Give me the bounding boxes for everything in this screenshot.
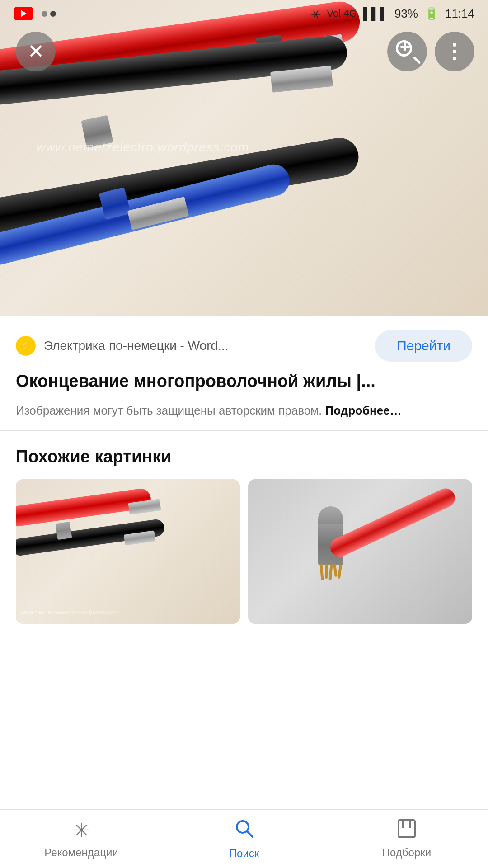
lens-button[interactable] xyxy=(387,32,427,71)
article-title: Оконцевание многопроволочной жилы |... xyxy=(16,370,472,393)
bookmark-nav-icon xyxy=(398,819,416,842)
signal-bars-icon: ▌▌▌ xyxy=(363,7,388,21)
similar-image-2 xyxy=(248,479,472,624)
source-name-text: Электрика по-немецки - Word... xyxy=(44,339,228,353)
similar-section: Похожие картинки www.nemetzelectro.wordp… xyxy=(0,431,488,637)
nav-search-label: Поиск xyxy=(229,847,259,860)
nav-collections[interactable]: Подборки xyxy=(361,819,452,859)
copyright-notice: Изображения могут быть защищены авторски… xyxy=(16,402,472,420)
svg-line-1 xyxy=(247,831,253,837)
source-row: ⚡ Электрика по-немецки - Word... Перейти xyxy=(16,330,472,362)
close-icon: ✕ xyxy=(28,42,44,61)
app-dots-icon xyxy=(42,11,56,17)
more-options-button[interactable] xyxy=(435,32,474,71)
copyright-text: Изображения могут быть защищены авторски… xyxy=(16,404,322,417)
youtube-icon xyxy=(14,7,33,20)
source-info: ⚡ Электрика по-немецки - Word... xyxy=(16,336,228,356)
copyright-link[interactable]: Подробнее… xyxy=(325,404,402,417)
sparkle-icon xyxy=(73,819,90,842)
mini-ferrule-gray xyxy=(56,522,72,540)
clock: 11:14 xyxy=(445,7,474,21)
goto-button[interactable]: Перейти xyxy=(375,330,472,362)
info-section: ⚡ Электрика по-немецки - Word... Перейти… xyxy=(0,316,488,431)
status-right-icons: ⚹ Vol 4G ▌▌▌ 93% 🔋 11:14 xyxy=(311,7,474,21)
nav-recommendations[interactable]: Рекомендации xyxy=(36,819,127,859)
nav-collections-label: Подборки xyxy=(382,846,431,859)
bluetooth-icon: ⚹ xyxy=(311,7,321,21)
battery-percent: 93% xyxy=(394,7,418,21)
more-dots-icon xyxy=(453,43,456,60)
battery-icon: 🔋 xyxy=(424,7,439,21)
similar-card-1[interactable]: www.nemetzelectro.wordpress.com xyxy=(16,479,240,624)
svg-rect-3 xyxy=(399,820,415,828)
svg-rect-2 xyxy=(399,820,415,837)
signal-text: Vol 4G xyxy=(327,8,357,19)
nav-search[interactable]: Поиск xyxy=(199,818,289,860)
similar-section-title: Похожие картинки xyxy=(16,447,472,467)
similar-image-1: www.nemetzelectro.wordpress.com xyxy=(16,479,240,624)
mini-watermark: www.nemetzelectro.wordpress.com xyxy=(20,609,120,616)
source-favicon: ⚡ xyxy=(16,336,36,356)
ferrule-gray xyxy=(81,115,113,148)
status-left-icons xyxy=(14,7,56,20)
similar-card-2[interactable] xyxy=(248,479,472,624)
status-bar: ⚹ Vol 4G ▌▌▌ 93% 🔋 11:14 xyxy=(0,0,488,27)
close-button[interactable]: ✕ xyxy=(16,32,56,71)
bottom-navigation: Рекомендации Поиск Подборки xyxy=(0,809,488,868)
main-image: www.nemetzelectro.wordpress.com ✕ xyxy=(0,0,488,316)
nav-recommendations-label: Рекомендации xyxy=(44,846,118,859)
watermark-text: www.nemetzelectro.wordpress.com xyxy=(36,140,249,155)
search-nav-icon xyxy=(234,818,254,843)
similar-images-grid: www.nemetzelectro.wordpress.com xyxy=(16,479,472,624)
